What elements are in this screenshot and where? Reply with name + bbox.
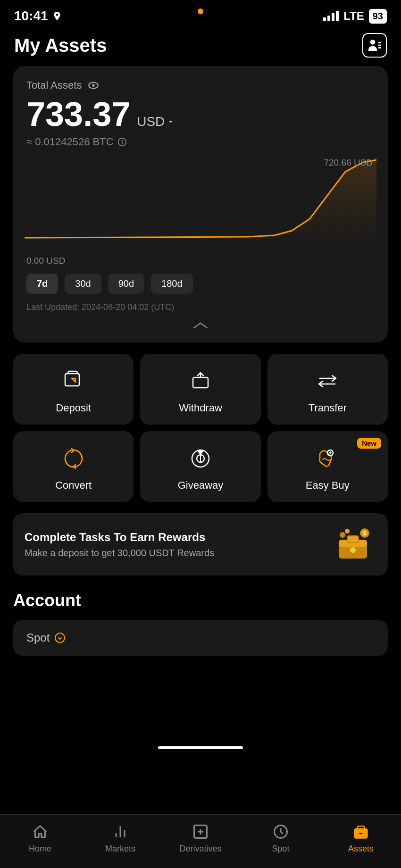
battery-indicator: 93 [369, 9, 387, 24]
spot-card[interactable]: Spot [13, 620, 388, 656]
svg-rect-18 [347, 536, 359, 542]
nav-assets-label: Assets [348, 844, 374, 854]
profile-button[interactable] [362, 33, 387, 58]
notification-dot [198, 8, 203, 14]
btc-equivalent: ≈ 0.01242526 BTC [26, 136, 375, 148]
easy-buy-label: Easy Buy [306, 479, 350, 492]
svg-rect-29 [359, 833, 363, 835]
withdraw-icon [186, 367, 215, 395]
actions-grid: Deposit Withdraw Transfer [13, 354, 388, 502]
easy-buy-button[interactable]: New Easy Buy [267, 431, 388, 502]
currency-selector[interactable]: USD [137, 114, 175, 129]
transfer-button[interactable]: Transfer [267, 354, 388, 425]
signal-icon [323, 11, 339, 21]
giveaway-button[interactable]: Giveaway [140, 431, 260, 502]
time-filter-group: 7d 30d 90d 180d [26, 274, 375, 294]
chart-svg [25, 158, 376, 242]
new-badge: New [357, 438, 381, 449]
account-section-title: Account [0, 591, 401, 620]
spot-info-icon [54, 632, 66, 643]
svg-point-19 [350, 547, 356, 553]
total-assets-label: Total Assets [26, 79, 375, 92]
profile-icon [367, 38, 382, 53]
page-header: My Assets [0, 28, 401, 66]
svg-text:$: $ [363, 531, 366, 536]
filter-30d[interactable]: 30d [65, 274, 101, 294]
eye-icon [87, 79, 100, 92]
transfer-icon [313, 367, 342, 395]
bottom-nav: Home Markets Derivatives Spot Assets [0, 814, 401, 868]
withdraw-label: Withdraw [179, 402, 222, 414]
rewards-desc: Make a deposit to get 30,000 USDT Reward… [25, 548, 214, 559]
nav-derivatives-label: Derivatives [179, 844, 221, 854]
nav-spot[interactable]: Spot [257, 823, 304, 854]
svg-marker-9 [25, 160, 376, 242]
markets-icon [112, 823, 129, 840]
filter-180d[interactable]: 180d [151, 274, 193, 294]
chart-min-label: 0.00 USD [26, 256, 375, 266]
spot-label: Spot [26, 631, 50, 644]
location-icon [52, 11, 62, 21]
spot-icon [272, 823, 289, 840]
deposit-icon [59, 367, 88, 395]
asset-amount: 733.37 [26, 97, 130, 131]
easy-buy-icon [313, 444, 342, 473]
home-icon [32, 823, 49, 840]
svg-point-25 [55, 633, 65, 643]
derivatives-icon [192, 823, 209, 840]
chevron-up-icon [192, 321, 209, 330]
convert-label: Convert [55, 479, 92, 492]
page-title: My Assets [14, 35, 107, 56]
nav-markets[interactable]: Markets [97, 823, 144, 854]
nav-derivatives[interactable]: Derivatives [177, 823, 224, 854]
chevron-down-icon [167, 117, 175, 126]
giveaway-label: Giveaway [178, 479, 224, 492]
rewards-banner[interactable]: Complete Tasks To Earn Rewards Make a de… [13, 513, 388, 576]
filter-90d[interactable]: 90d [108, 274, 144, 294]
rewards-text: Complete Tasks To Earn Rewards Make a de… [25, 531, 214, 559]
nav-markets-label: Markets [105, 844, 135, 854]
giveaway-icon [186, 444, 215, 473]
svg-point-24 [345, 529, 350, 534]
status-bar: 10:41 LTE 93 [0, 0, 401, 28]
assets-icon [352, 823, 369, 840]
nav-home[interactable]: Home [17, 823, 64, 854]
chart-max-label: 720.66 USD [324, 158, 373, 168]
assets-card: Total Assets 733.37 USD ≈ 0.01242526 BTC… [13, 66, 388, 342]
withdraw-button[interactable]: Withdraw [140, 354, 260, 425]
status-right: LTE 93 [323, 9, 387, 24]
deposit-label: Deposit [56, 402, 91, 414]
home-indicator [158, 746, 243, 749]
transfer-label: Transfer [309, 402, 347, 414]
amount-row: 733.37 USD [26, 97, 375, 131]
convert-button[interactable]: Convert [13, 431, 134, 502]
info-icon [117, 137, 127, 147]
rewards-title: Complete Tasks To Earn Rewards [25, 531, 214, 544]
asset-chart: 720.66 USD [25, 158, 376, 252]
svg-point-5 [92, 84, 95, 86]
collapse-button[interactable] [26, 318, 375, 333]
deposit-button[interactable]: Deposit [13, 354, 134, 425]
svg-rect-10 [65, 374, 79, 386]
status-time: 10:41 [14, 8, 62, 24]
last-updated-label: Last Updated: 2024-08-20 04:02 (UTC) [26, 302, 375, 312]
filter-7d[interactable]: 7d [26, 274, 58, 294]
nav-spot-label: Spot [272, 844, 289, 854]
convert-icon [59, 444, 88, 473]
svg-point-23 [340, 532, 345, 538]
rewards-icon: $ [334, 526, 376, 563]
nav-home-label: Home [29, 844, 51, 854]
nav-assets[interactable]: Assets [337, 823, 384, 854]
svg-point-0 [370, 40, 376, 45]
svg-rect-11 [193, 377, 208, 388]
